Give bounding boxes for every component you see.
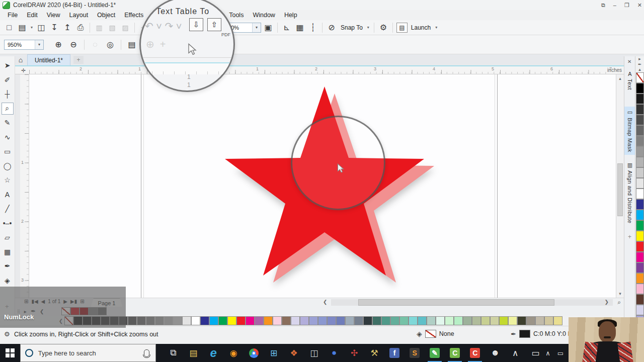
cut-button[interactable]: ▥ — [93, 22, 105, 34]
zoom-out-button[interactable]: ⊖ — [67, 38, 80, 51]
color-swatch[interactable] — [372, 316, 381, 325]
color-swatch[interactable] — [182, 316, 191, 325]
new-tab-button[interactable]: + — [73, 56, 84, 64]
color-swatch[interactable] — [636, 104, 644, 115]
start-button[interactable] — [0, 344, 20, 362]
scroll-up-icon[interactable]: ▴ — [616, 76, 624, 81]
artistic-media-tool[interactable]: ∿ — [2, 131, 14, 143]
snap-to-caret-icon[interactable]: ▾ — [366, 25, 371, 30]
color-swatch[interactable] — [291, 316, 300, 325]
zoom-to-all-objects-button[interactable]: ◎ — [104, 38, 117, 51]
recorder-icon[interactable]: C — [465, 344, 485, 362]
add-docker-icon[interactable]: + — [628, 233, 631, 240]
zoom-combo-caret-icon[interactable]: ▾ — [252, 23, 261, 32]
color-swatch[interactable] — [490, 316, 499, 325]
color-swatch[interactable] — [463, 316, 472, 325]
new-document-button[interactable]: □ — [3, 22, 15, 34]
welcome-home-icon[interactable]: ⌂ — [14, 56, 27, 64]
minimize-button[interactable]: – — [613, 2, 616, 8]
zoom-tool[interactable]: ⌕ — [2, 103, 14, 115]
color-swatch[interactable] — [354, 316, 363, 325]
color-swatch[interactable] — [636, 167, 644, 178]
coreldraw-icon[interactable]: ✎ — [425, 344, 445, 362]
color-swatch[interactable] — [636, 178, 644, 189]
transparency-tool[interactable]: ▦ — [2, 246, 14, 258]
color-swatch[interactable] — [636, 273, 644, 284]
color-swatch[interactable] — [318, 316, 327, 325]
import-button[interactable]: ↧ — [48, 22, 60, 34]
color-swatch[interactable] — [508, 316, 517, 325]
share-window-icon[interactable]: ⧉ — [601, 2, 605, 9]
drop-shadow-tool[interactable]: ▱ — [2, 231, 14, 243]
zoom-levels-caret-icon[interactable]: ▾ — [35, 40, 43, 49]
color-swatch[interactable] — [381, 316, 390, 325]
color-swatch[interactable] — [300, 316, 309, 325]
color-swatch[interactable] — [137, 316, 146, 325]
color-swatch[interactable] — [155, 316, 164, 325]
color-swatch[interactable] — [636, 189, 644, 199]
edge-icon[interactable]: e — [203, 344, 223, 362]
color-swatch[interactable] — [636, 231, 644, 241]
color-swatch[interactable] — [636, 83, 644, 94]
store-icon[interactable]: ⊞ — [264, 344, 284, 362]
eyedropper-tool[interactable]: ✒ — [2, 260, 14, 272]
microphone-icon[interactable] — [144, 349, 149, 357]
color-swatch[interactable] — [236, 316, 246, 325]
zoom-to-selected-button[interactable]: ◌ — [89, 38, 102, 51]
maximize-button[interactable]: ❐ — [624, 2, 629, 9]
fullscreen-preview-button[interactable]: ▣ — [262, 22, 274, 34]
ruler-origin-icon[interactable]: ✛ — [21, 67, 26, 74]
color-swatch[interactable] — [517, 316, 526, 325]
color-swatch[interactable] — [264, 316, 273, 325]
color-swatch[interactable] — [445, 316, 454, 325]
options-gear-button[interactable]: ⚙ — [377, 22, 389, 34]
launch-label[interactable]: Launch — [409, 24, 433, 31]
snap-off-button[interactable]: ⊘ — [326, 22, 338, 34]
color-swatch[interactable] — [345, 316, 354, 325]
show-grid-button[interactable]: ▦ — [294, 22, 306, 34]
color-swatch[interactable] — [636, 72, 644, 83]
fl-studio-icon[interactable]: ◉ — [223, 344, 244, 362]
color-swatch[interactable] — [436, 316, 445, 325]
color-swatch[interactable] — [128, 316, 137, 325]
menu-item[interactable]: File — [3, 10, 22, 20]
close-button[interactable]: ✕ — [637, 2, 642, 9]
show-guidelines-button[interactable]: ┆ — [307, 22, 319, 34]
color-swatch[interactable] — [636, 252, 644, 262]
palette-eyedropper-icon[interactable]: ✒ — [638, 62, 642, 67]
document-tab[interactable]: Untitled-1* — [27, 54, 70, 66]
color-swatch[interactable] — [636, 199, 644, 210]
color-swatch[interactable] — [164, 316, 173, 325]
color-swatch[interactable] — [309, 316, 318, 325]
sublime-icon[interactable]: S — [405, 344, 425, 362]
file-explorer-icon[interactable]: ▤ — [183, 344, 203, 362]
drawing-canvas[interactable] — [29, 74, 616, 298]
snap-to-label[interactable]: Snap To — [339, 24, 365, 31]
dimension-tool[interactable]: ╱ — [2, 203, 14, 215]
color-swatch[interactable] — [526, 316, 535, 325]
color-swatch[interactable] — [636, 136, 644, 146]
fill-color-swatch[interactable] — [425, 330, 436, 338]
vertical-ruler[interactable]: 1234 — [20, 74, 29, 298]
open-button[interactable]: ▤ — [16, 22, 28, 34]
task-view-button[interactable]: ⧉ — [163, 344, 183, 362]
color-swatch[interactable] — [327, 316, 336, 325]
save-button[interactable]: ◫ — [35, 22, 47, 34]
people-icon[interactable]: ☻ — [485, 344, 505, 362]
color-swatch[interactable] — [418, 316, 427, 325]
color-swatch[interactable] — [363, 316, 372, 325]
color-swatch[interactable] — [544, 316, 553, 325]
color-swatch[interactable] — [636, 262, 644, 273]
menu-item[interactable]: View — [42, 10, 65, 20]
zoom-to-page-button[interactable]: ▤ — [125, 38, 138, 51]
scroll-left-icon[interactable]: ❮ — [323, 299, 327, 305]
taskbar-search-input[interactable]: Type here to search — [20, 344, 156, 362]
menu-item[interactable]: Help — [280, 10, 302, 20]
color-swatch[interactable] — [481, 316, 490, 325]
color-swatch[interactable] — [636, 94, 644, 104]
shape-tool[interactable]: ✐ — [2, 74, 14, 86]
menu-item[interactable]: Object — [93, 10, 120, 20]
launch-caret-icon[interactable]: ▾ — [434, 25, 439, 30]
menu-item[interactable]: Tools — [224, 10, 248, 20]
scroll-down-icon[interactable]: ▾ — [616, 291, 624, 296]
